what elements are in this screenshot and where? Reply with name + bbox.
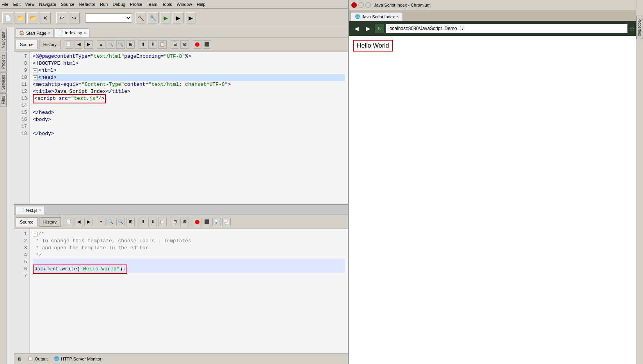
bottom-extra2-btn[interactable]: 📈 <box>222 218 231 226</box>
close-index-jsp[interactable]: × <box>84 31 86 35</box>
prev-change-btn[interactable]: ⬆ <box>139 40 147 49</box>
bottom-history-list-btn[interactable]: 📋 <box>158 218 167 226</box>
navigator-tab[interactable]: Navigator <box>0 29 7 51</box>
bottom-source-btn[interactable]: Source <box>16 217 38 227</box>
toggle-bookmark-btn[interactable]: 📑 <box>65 40 73 49</box>
new-file-btn[interactable]: 📄 <box>2 12 13 23</box>
diff-btn[interactable]: ⊞ <box>126 40 135 49</box>
tab-start-page[interactable]: 🏠 Start Page × <box>16 28 54 37</box>
close-test-js[interactable]: × <box>39 208 41 213</box>
open-project-btn[interactable]: 📁 <box>15 12 26 23</box>
undo-btn[interactable]: ↩ <box>56 12 67 23</box>
close-btn[interactable]: ✕ <box>40 12 51 23</box>
redo-btn[interactable]: ↪ <box>69 12 80 23</box>
code-line-16: <body> <box>33 116 345 123</box>
properties-tab[interactable]: Properties <box>636 16 643 39</box>
menu-team[interactable]: Team <box>147 2 157 7</box>
menu-tools[interactable]: Tools <box>162 2 172 7</box>
browser-tab-js-index[interactable]: 🌐 Java Script Index × <box>351 12 403 21</box>
stop-btn[interactable]: ⬤ <box>193 40 201 49</box>
browser-tab-close[interactable]: × <box>396 14 399 19</box>
config-dropdown[interactable] <box>85 13 132 23</box>
browser-back-btn[interactable]: ◀ <box>351 23 362 34</box>
bottom-format-btn[interactable]: ⊠ <box>180 218 189 226</box>
debug-run-btn[interactable]: ▶ <box>173 12 183 23</box>
build-btn[interactable]: 🔨 <box>135 12 146 23</box>
bottom-code-content[interactable]: −/* * To change this template, choose To… <box>30 229 348 353</box>
browser-close-btn[interactable] <box>351 2 357 8</box>
bookmark-btn[interactable]: ☆ <box>629 25 635 32</box>
record-btn[interactable]: ⬛ <box>203 40 211 49</box>
tab-index-jsp[interactable]: 📄 index.jsp × <box>55 28 89 37</box>
menu-run[interactable]: Run <box>100 2 108 7</box>
toggle-linenum-btn[interactable]: ≡ <box>97 40 105 49</box>
menu-profile[interactable]: Profile <box>130 2 142 7</box>
menu-window[interactable]: Window <box>177 2 192 7</box>
next-bookmark-btn[interactable]: ▶ <box>84 40 93 49</box>
code-line-13: <script src="test.js"/> <box>33 95 345 102</box>
browser-nav-bar: ◀ ▶ ↻ ☆ ≡ <box>349 21 643 36</box>
open-file-btn[interactable]: 📂 <box>27 12 38 23</box>
close-start-page[interactable]: × <box>48 31 50 35</box>
top-code-area[interactable]: 7 8 9 10 11 12 13 14 15 16 17 18 <box>14 51 348 204</box>
prev-bookmark-btn[interactable]: ◀ <box>75 40 83 49</box>
bottom-diff-btn[interactable]: ⊞ <box>126 218 135 226</box>
http-monitor-status[interactable]: 🌐 HTTP Server Monitor <box>54 356 102 361</box>
menu-help[interactable]: Help <box>197 2 206 7</box>
menu-source[interactable]: Source <box>61 2 75 7</box>
menu-refactor[interactable]: Refactor <box>79 2 96 7</box>
browser-tab-bar: 🌐 Java Script Index × <box>349 10 643 21</box>
top-editor-toolbar: Source History 📑 ◀ ▶ ≡ 🔍 🔍 ⊞ ⬆ ⬇ <box>14 37 348 51</box>
projects-tab[interactable]: Projects <box>0 52 7 71</box>
top-history-btn[interactable]: History <box>39 40 61 49</box>
bottom-next-change-btn[interactable]: ⬇ <box>148 218 157 226</box>
menu-navigate[interactable]: Navigate <box>39 2 56 7</box>
bottom-next-bookmark-btn[interactable]: ▶ <box>84 218 93 226</box>
js-line-1: −/* <box>33 231 345 238</box>
test-js-label: test.js <box>26 208 37 213</box>
output-status[interactable]: 📋 Output <box>28 356 48 361</box>
zoom-in-btn[interactable]: 🔍 <box>107 40 115 49</box>
top-line-numbers: 7 8 9 10 11 12 13 14 15 16 17 18 <box>14 51 30 204</box>
bottom-split-btn[interactable]: ⊟ <box>171 218 179 226</box>
bottom-code-area[interactable]: 1 2 3 4 5 6 7 −/* * To change this templ… <box>14 229 348 353</box>
index-jsp-label: index.jsp <box>65 30 82 35</box>
menu-file[interactable]: File <box>2 2 9 7</box>
services-tab[interactable]: Services <box>0 72 7 92</box>
browser-panel: Java Script Index - Chromium 🌐 Java Scri… <box>349 0 643 364</box>
bottom-extra1-btn[interactable]: 📊 <box>212 218 221 226</box>
url-input[interactable] <box>386 24 628 33</box>
tab-test-js[interactable]: 📄 test.js × <box>16 206 45 215</box>
bottom-record-btn[interactable]: ⬛ <box>203 218 211 226</box>
bottom-history-btn[interactable]: History <box>39 217 61 227</box>
top-code-content[interactable]: <%@page contentType="text/html" pageEnco… <box>30 51 348 204</box>
js-line-4: */ <box>33 252 345 259</box>
top-source-btn[interactable]: Source <box>16 40 38 49</box>
bottom-zoom-in-btn[interactable]: 🔍 <box>107 218 115 226</box>
menu-edit[interactable]: Edit <box>13 2 21 7</box>
files-tab[interactable]: Files <box>0 93 7 107</box>
browser-titlebar: Java Script Index - Chromium <box>349 0 643 10</box>
bottom-zoom-out-btn[interactable]: 🔍 <box>116 218 125 226</box>
split-btn[interactable]: ⊟ <box>171 40 179 49</box>
bottom-prev-change-btn[interactable]: ⬆ <box>139 218 147 226</box>
bottom-stop-btn[interactable]: ⬤ <box>193 218 201 226</box>
profile-btn[interactable]: ▶ <box>185 12 196 23</box>
format-btn[interactable]: ⊠ <box>180 40 189 49</box>
bottom-toggle-bookmark-btn[interactable]: 📑 <box>65 218 73 226</box>
clean-build-btn[interactable]: 🔧 <box>148 12 159 23</box>
bottom-toggle-linenum-btn[interactable]: ≡ <box>97 218 105 226</box>
run-btn[interactable]: ▶ <box>160 12 171 23</box>
output-label: Output <box>35 357 48 361</box>
browser-min-btn[interactable] <box>358 2 364 8</box>
next-change-btn[interactable]: ⬇ <box>148 40 157 49</box>
history-list-btn[interactable]: 📋 <box>158 40 167 49</box>
menu-debug[interactable]: Debug <box>112 2 125 7</box>
zoom-out-btn[interactable]: 🔍 <box>116 40 125 49</box>
menu-view[interactable]: View <box>25 2 35 7</box>
browser-refresh-btn[interactable]: ↻ <box>375 24 384 33</box>
bottom-prev-bookmark-btn[interactable]: ◀ <box>75 218 83 226</box>
browser-max-btn[interactable] <box>365 2 371 8</box>
browser-forward-btn[interactable]: ▶ <box>363 23 373 34</box>
top-tab-bar: 🏠 Start Page × 📄 index.jsp × <box>14 27 348 37</box>
